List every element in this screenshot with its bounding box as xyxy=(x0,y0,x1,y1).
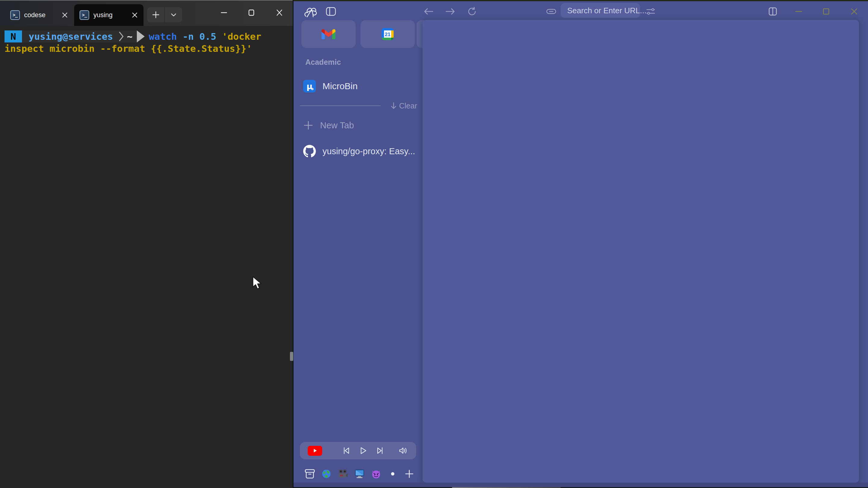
minimize-button[interactable] xyxy=(213,1,235,25)
command-line-2: inspect microbin --format {{.State.Statu… xyxy=(4,42,252,55)
workspace-dot-icon[interactable] xyxy=(386,467,399,481)
link-icon[interactable] xyxy=(544,5,558,18)
terminal-tab-codese[interactable]: >_ codese xyxy=(5,4,73,26)
maximize-button[interactable] xyxy=(240,1,262,25)
tab-title: MicroBin xyxy=(322,81,358,91)
settings-sliders-icon[interactable] xyxy=(644,5,658,18)
mouse-cursor xyxy=(252,276,265,292)
clear-tabs-button[interactable]: Clear xyxy=(381,101,417,111)
globe-icon[interactable] xyxy=(320,467,333,481)
forward-button[interactable] xyxy=(443,5,458,18)
close-tab-icon[interactable] xyxy=(131,12,138,19)
web-content-viewport xyxy=(423,20,859,483)
essential-tab-gmail[interactable] xyxy=(301,20,355,48)
workspace-section-label: Academic xyxy=(305,58,341,67)
resize-handle[interactable] xyxy=(290,352,293,361)
browser-logo-icon[interactable] xyxy=(303,5,319,18)
add-workspace-icon[interactable] xyxy=(403,467,416,481)
terminal-icon: >_ xyxy=(80,10,89,20)
new-tab-button[interactable] xyxy=(147,7,164,22)
powerline-arrow-icon xyxy=(137,30,145,42)
github-icon xyxy=(303,145,316,158)
terminal-tab-yusing-active[interactable]: >_ yusing xyxy=(74,4,144,26)
new-tab-group xyxy=(147,7,182,22)
volume-icon[interactable] xyxy=(396,444,410,457)
workspace-switcher xyxy=(301,466,418,481)
close-button[interactable] xyxy=(847,5,861,18)
tab-label: yusing xyxy=(93,11,113,19)
maximize-button[interactable] xyxy=(819,5,833,18)
command-args: -n 0.5 xyxy=(183,31,222,42)
os-badge: N xyxy=(4,30,22,42)
next-track-button[interactable] xyxy=(373,444,387,457)
gmail-icon xyxy=(321,29,336,39)
command-string: 'docker xyxy=(222,31,261,42)
terminal-titlebar: >_ codese >_ yusing xyxy=(0,1,293,26)
pinned-tab-microbin[interactable]: μ MicroBin xyxy=(303,79,415,93)
youtube-icon[interactable] xyxy=(308,446,322,456)
back-button[interactable] xyxy=(421,5,436,18)
desktop-computer-icon[interactable] xyxy=(353,467,366,481)
media-player xyxy=(300,442,416,459)
essential-tab-google-calendar[interactable]: 21 xyxy=(361,20,415,48)
prompt-cwd: ~ xyxy=(127,31,137,42)
close-button[interactable] xyxy=(268,1,290,25)
microbin-favicon: μ xyxy=(303,80,316,93)
close-tab-icon[interactable] xyxy=(61,12,68,19)
new-tab-button[interactable]: New Tab xyxy=(303,119,406,131)
command-keyword: watch xyxy=(149,31,183,42)
minimize-button[interactable] xyxy=(792,5,806,18)
google-calendar-icon: 21 xyxy=(381,28,394,40)
svg-text:21: 21 xyxy=(385,32,391,37)
prompt-user-host: yusing@services xyxy=(29,31,113,42)
archive-icon[interactable] xyxy=(303,467,316,481)
reload-button[interactable] xyxy=(465,5,479,18)
tab-title: yusing/go-proxy: Easy... xyxy=(322,147,415,156)
sidebar-toggle-icon[interactable] xyxy=(324,5,338,18)
tab-label: codese xyxy=(24,11,45,19)
search-placeholder: Search or Enter URL... xyxy=(567,6,647,15)
powerline-chevron-icon xyxy=(119,31,124,42)
tab-github-go-proxy[interactable]: yusing/go-proxy: Easy... xyxy=(303,144,418,158)
plus-icon xyxy=(303,120,313,130)
command-line-1: watch -n 0.5 'docker xyxy=(149,30,261,42)
movie-camera-icon[interactable] xyxy=(336,467,350,481)
url-search-bar[interactable]: Search or Enter URL... xyxy=(561,3,640,18)
terminal-icon: >_ xyxy=(10,10,20,20)
tabs-separator xyxy=(300,105,381,106)
previous-track-button[interactable] xyxy=(340,444,353,457)
terminal-window: >_ codese >_ yusing xyxy=(0,0,293,488)
tab-dropdown-button[interactable] xyxy=(165,7,182,22)
split-view-icon[interactable] xyxy=(766,5,780,18)
arrow-down-icon xyxy=(391,102,397,109)
play-button[interactable] xyxy=(356,444,370,457)
browser-window: Search or Enter URL... xyxy=(293,0,868,488)
prompt-segment: yusing@services ~ xyxy=(22,30,137,42)
devil-icon[interactable] xyxy=(370,467,383,481)
terminal-prompt-line[interactable]: N yusing@services ~ watch -n 0.5 'docker xyxy=(4,30,261,42)
